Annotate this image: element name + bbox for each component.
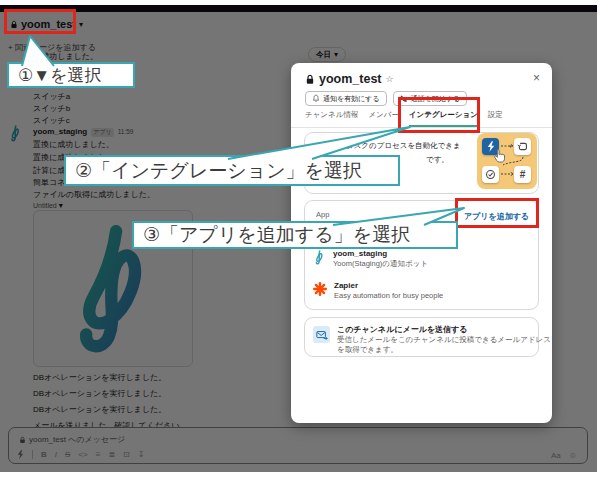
highlight-box-add-app-button bbox=[455, 198, 539, 228]
close-icon[interactable]: × bbox=[533, 71, 540, 85]
email-card-title: このチャンネルにメールを送信する bbox=[337, 324, 467, 335]
tab-members[interactable]: メンバー bbox=[368, 110, 399, 127]
email-card-description: 受信したメールをこのチャンネルに投稿できるメールアドレス bbox=[337, 335, 551, 345]
workflow-arrows bbox=[477, 133, 537, 189]
star-icon[interactable]: ☆ bbox=[386, 74, 394, 84]
workflow-card-text: です。 bbox=[426, 155, 449, 165]
callout-step2: ②「インテグレーション」を選択 bbox=[64, 155, 400, 186]
callout-step1-text: ①▼を選択 bbox=[18, 64, 101, 87]
email-icon bbox=[313, 326, 330, 343]
app-description: Yoom(Staging)の通知ボット bbox=[333, 259, 428, 269]
tab-channel-info[interactable]: チャンネル情報 bbox=[305, 110, 358, 127]
highlight-box-channel-name bbox=[4, 9, 76, 34]
workflow-illustration: # bbox=[477, 133, 537, 189]
app-card-heading: App bbox=[316, 210, 329, 219]
app-description: Easy automation for busy people bbox=[334, 291, 443, 300]
lock-icon bbox=[305, 74, 315, 85]
app-list-item[interactable]: yoom_staging Yoom(Staging)の通知ボット bbox=[313, 249, 428, 269]
yoom-app-icon bbox=[313, 250, 326, 265]
modal-title: yoom_test ☆ bbox=[305, 72, 394, 86]
bell-icon bbox=[312, 94, 320, 103]
app-name: Zapier bbox=[334, 281, 443, 290]
callout-step3-text: ③「アプリを追加する」を選択 bbox=[143, 222, 410, 248]
callout-step1: ①▼を選択 bbox=[7, 62, 135, 88]
zapier-app-icon bbox=[313, 282, 327, 296]
hand-cursor-icon bbox=[493, 149, 506, 164]
email-card-description: を取得できます。 bbox=[337, 345, 398, 355]
workflow-card-text: タスクのプロセスを自動化できま bbox=[346, 141, 461, 151]
send-email-card[interactable]: このチャンネルにメールを送信する 受信したメールをこのチャンネルに投稿できるメー… bbox=[304, 317, 539, 357]
tab-settings[interactable]: 設定 bbox=[488, 110, 503, 127]
app-list-item[interactable]: Zapier Easy automation for busy people bbox=[313, 281, 443, 300]
app-name: yoom_staging bbox=[333, 249, 428, 258]
highlight-box-integrations-tab bbox=[398, 97, 480, 133]
annotated-slack-screenshot: yoom_test ▾ + 関連ページを追加する に成功しました。 スイッチa … bbox=[0, 0, 602, 483]
enable-notifications-button[interactable]: 通知を有効にする bbox=[305, 91, 387, 106]
callout-step2-text: ②「インテグレーション」を選択 bbox=[75, 158, 362, 184]
callout-step3: ③「アプリを追加する」を選択 bbox=[132, 221, 458, 249]
